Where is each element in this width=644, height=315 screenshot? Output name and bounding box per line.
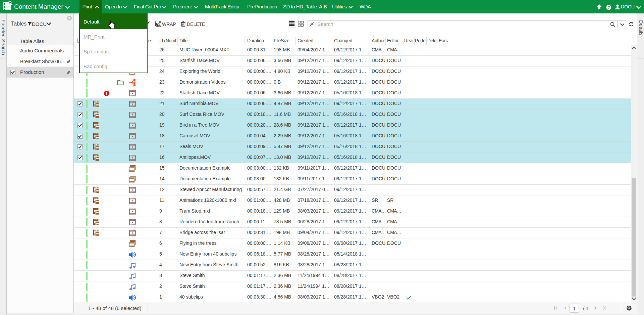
svg-text:?: ?: [608, 5, 610, 9]
